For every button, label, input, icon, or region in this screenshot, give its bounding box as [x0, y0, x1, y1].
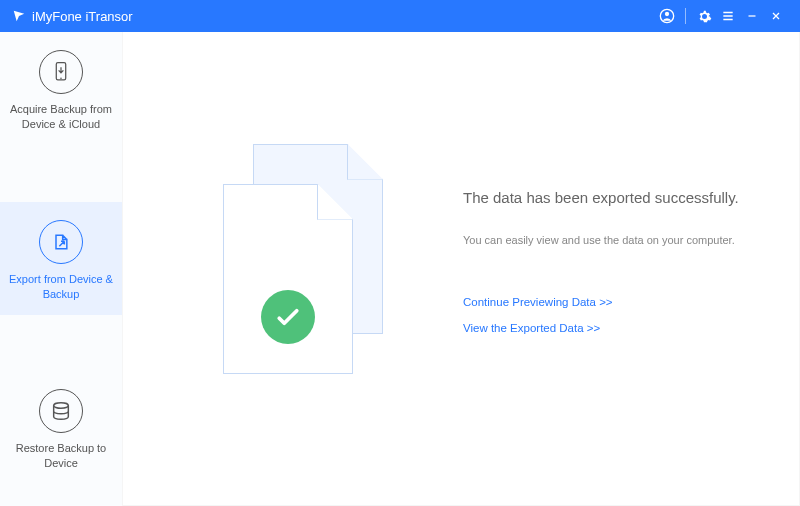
svg-point-1 — [665, 12, 669, 16]
database-icon — [39, 389, 83, 433]
sidebar: Acquire Backup from Device & iCloud Expo… — [0, 32, 122, 506]
phone-download-icon — [39, 50, 83, 94]
account-icon[interactable] — [655, 4, 679, 28]
menu-icon[interactable] — [716, 4, 740, 28]
document-illustration — [213, 144, 403, 394]
sidebar-item-label: Export from Device & Backup — [6, 272, 116, 302]
sidebar-item-export[interactable]: Export from Device & Backup — [0, 202, 122, 316]
sidebar-item-label: Restore Backup to Device — [6, 441, 116, 471]
continue-previewing-link[interactable]: Continue Previewing Data >> — [463, 296, 759, 308]
export-icon — [39, 220, 83, 264]
settings-icon[interactable] — [692, 4, 716, 28]
titlebar: iMyFone iTransor — [0, 0, 800, 32]
svg-point-4 — [54, 403, 69, 409]
success-check-icon — [261, 290, 315, 344]
success-subtext: You can easily view and use the data on … — [463, 234, 759, 246]
brand-icon — [12, 9, 26, 23]
sidebar-item-restore-backup[interactable]: Restore Backup to Device — [0, 371, 122, 485]
sidebar-item-label: Acquire Backup from Device & iCloud — [6, 102, 116, 132]
sidebar-item-acquire-backup[interactable]: Acquire Backup from Device & iCloud — [0, 32, 122, 146]
app-title: iMyFone iTransor — [32, 9, 133, 24]
app-logo: iMyFone iTransor — [12, 9, 133, 24]
view-exported-link[interactable]: View the Exported Data >> — [463, 322, 759, 334]
minimize-button[interactable] — [740, 4, 764, 28]
main-content: The data has been exported successfully.… — [122, 32, 800, 506]
page-front-icon — [223, 184, 353, 374]
result-text-area: The data has been exported successfully.… — [463, 189, 759, 348]
close-button[interactable] — [764, 4, 788, 28]
success-heading: The data has been exported successfully. — [463, 189, 759, 206]
divider — [685, 8, 686, 24]
svg-point-3 — [60, 78, 62, 80]
